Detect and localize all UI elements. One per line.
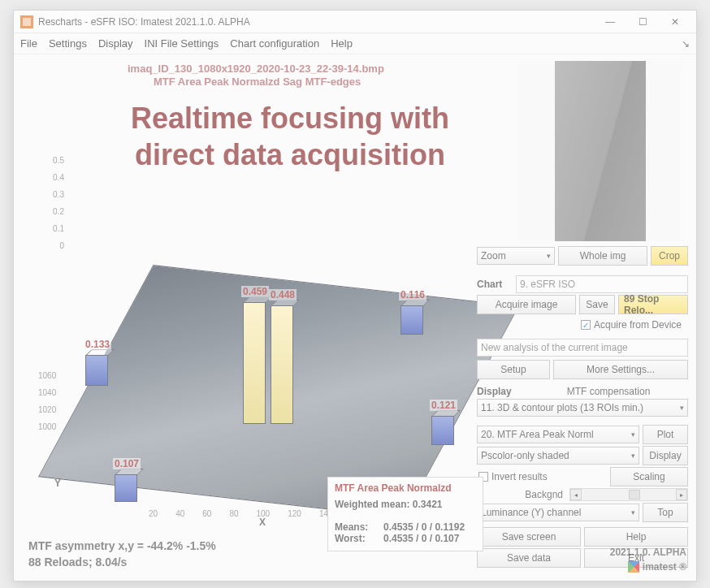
titlebar: Rescharts - eSFR ISO: Imatest 2021.1.0. … (14, 11, 696, 33)
acquire-device-checkbox[interactable]: ✓ (581, 320, 591, 330)
chart-label: Chart (477, 279, 513, 290)
save-data-button[interactable]: Save data (477, 548, 581, 568)
display-mode-select[interactable]: 11. 3D & contour plots (13 ROIs min.)▾ (477, 399, 688, 417)
scaling-button[interactable]: Scaling (610, 467, 688, 486)
menu-help[interactable]: Help (331, 37, 353, 50)
mtf-bar-label: 0.448 (269, 289, 297, 300)
acquire-device-label: Acquire from Device (594, 319, 682, 331)
mtf-asymmetry: MTF asymmetry x,y = -44.2% -1.5% (28, 538, 216, 555)
imatest-logo-icon (628, 561, 639, 573)
shading-select[interactable]: Pscolor-only shaded▾ (477, 447, 639, 465)
mtf-comp-label: MTF compensation (529, 386, 688, 397)
display-button[interactable]: Display (643, 446, 688, 465)
slider-thumb[interactable] (629, 490, 640, 499)
close-button[interactable]: ✕ (659, 12, 691, 32)
stats-box-title: MTF Area Peak Normalzd (335, 482, 476, 494)
whole-img-button[interactable]: Whole img (558, 246, 647, 266)
controls-panel: Zoom▾ Whole img Crop Chart 9. eSFR ISO A… (477, 246, 688, 569)
means-label: Means: (335, 521, 383, 533)
y-axis-label: Y (54, 478, 61, 489)
y-axis-ticks: 1060 1040 1020 1000 (38, 371, 56, 439)
mtf-bar-label: 0.116 (399, 289, 426, 300)
menu-ini[interactable]: INI File Settings (145, 37, 219, 50)
window-title: Rescharts - eSFR ISO: Imatest 2021.1.0. … (38, 16, 594, 28)
thumbnail-image (555, 61, 646, 241)
zoom-select[interactable]: Zoom▾ (477, 247, 555, 265)
display-label: Display (477, 386, 526, 397)
channel-select[interactable]: Luminance (Y) channel▾ (477, 504, 639, 521)
save-screen-button[interactable]: Save screen (477, 527, 581, 547)
mtf-bar (431, 416, 454, 445)
plot-button[interactable]: Plot (643, 425, 688, 444)
means-value: 0.4535 / 0 / 0.1192 (383, 521, 465, 533)
3d-plot: 0.5 0.4 0.3 0.2 0.1 0 1060 1040 1020 100… (27, 156, 482, 513)
mtf-bar (85, 355, 108, 386)
brand-text: imatest ® (643, 561, 686, 573)
slider-left-arrow[interactable]: ◂ (570, 489, 582, 500)
chart-select[interactable]: 9. eSFR ISO (516, 275, 688, 293)
help-button[interactable]: Help (584, 527, 688, 547)
menu-chart-config[interactable]: Chart configuration (230, 37, 319, 50)
menu-display[interactable]: Display (98, 37, 133, 50)
reload-count: 88 Reloads; 8.04/s (28, 555, 216, 571)
crop-button[interactable]: Crop (651, 246, 688, 266)
maximize-button[interactable]: ☐ (626, 12, 659, 32)
new-analysis-field[interactable]: New analysis of the current image (477, 339, 688, 357)
imatest-brand: imatest ® (628, 561, 686, 573)
mtf-bar (400, 305, 423, 335)
menubar: File Settings Display INI File Settings … (14, 33, 696, 54)
minimize-button[interactable]: — (594, 12, 626, 32)
menu-settings[interactable]: Settings (49, 37, 87, 50)
headline-line2: direct data acquisition (63, 136, 517, 173)
worst-label: Worst: (335, 533, 383, 544)
app-window: Rescharts - eSFR ISO: Imatest 2021.1.0. … (13, 10, 697, 582)
more-settings-button[interactable]: More Settings... (553, 360, 688, 379)
mtf-bar (115, 474, 137, 502)
svg-rect-1 (23, 18, 31, 26)
stop-reload-button[interactable]: 89 Stop Relo... (618, 295, 688, 314)
overlay-headline: Realtime focusing with direct data acqui… (63, 100, 517, 173)
backgnd-slider[interactable]: ◂ ▸ (569, 488, 688, 501)
mtf-bar-label: 0.459 (241, 286, 269, 297)
stats-box: MTF Area Peak Normalzd Weighted mean: 0.… (327, 477, 483, 551)
plot-subtitle: MTF Area Peak Normalzd Sag MTF-edges (154, 76, 361, 88)
pin-icon[interactable]: ↘ (682, 38, 690, 50)
weighted-mean: Weighted mean: 0.3421 (335, 499, 476, 510)
mtf-bar (243, 302, 266, 424)
mtf-bar-label: 0.133 (84, 339, 111, 350)
z-axis-ticks: 0.5 0.4 0.3 0.2 0.1 0 (45, 156, 64, 258)
plot-type-select[interactable]: 20. MTF Area Peak Norml▾ (477, 426, 639, 443)
headline-line1: Realtime focusing with (63, 100, 517, 136)
save-image-button[interactable]: Save (579, 295, 615, 314)
app-icon (20, 15, 33, 28)
loaded-filename: imaq_ID_130_1080x1920_2020-10-23_22-39-1… (128, 63, 384, 75)
content-area: imaq_ID_130_1080x1920_2020-10-23_22-39-1… (14, 54, 696, 581)
image-thumbnail[interactable] (519, 61, 682, 241)
setup-button[interactable]: Setup (477, 360, 550, 379)
slider-right-arrow[interactable]: ▸ (676, 489, 687, 500)
backgnd-label: Backgnd (477, 489, 566, 500)
mtf-bar-label: 0.121 (430, 400, 457, 411)
acquire-image-button[interactable]: Acquire image (477, 295, 576, 314)
menu-file[interactable]: File (20, 37, 37, 50)
x-axis-label: X (259, 517, 266, 528)
mtf-bar (271, 305, 293, 424)
worst-value: 0.4535 / 0 / 0.107 (383, 533, 459, 544)
top-button[interactable]: Top (643, 503, 688, 522)
invert-results-label: Invert results (491, 471, 548, 482)
version-label: 2021.1.0. ALPHA (610, 547, 686, 558)
stats-summary: MTF asymmetry x,y = -44.2% -1.5% 88 Relo… (28, 538, 216, 570)
mtf-bar-label: 0.107 (113, 458, 141, 469)
